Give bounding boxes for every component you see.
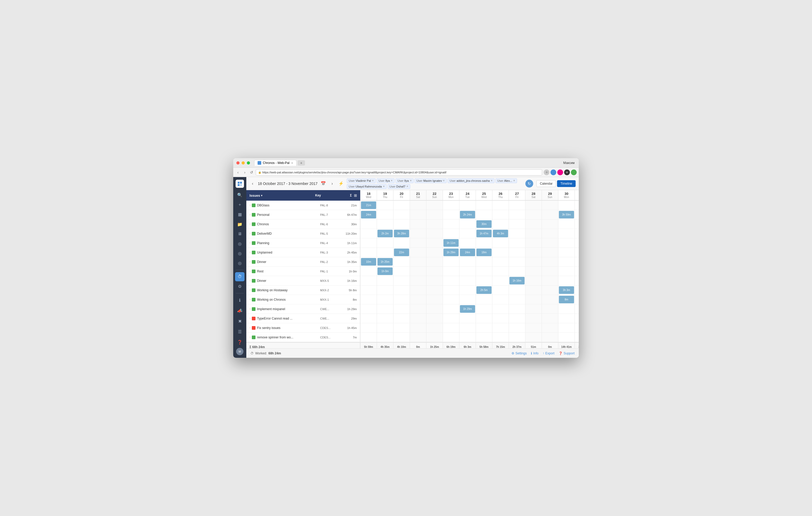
time-block-5-5[interactable]: 1h 29m <box>443 249 459 256</box>
prev-period-btn[interactable]: ‹ <box>250 181 256 187</box>
time-cell-0-0[interactable]: 21m <box>360 201 377 210</box>
time-block-1-0[interactable]: 24m <box>361 211 376 218</box>
time-block-3-2[interactable]: 3h 28m <box>394 230 409 237</box>
extension-btn[interactable] <box>571 169 577 175</box>
issue-name-1[interactable]: Personal <box>257 213 320 217</box>
time-cell-6-1[interactable]: 1h 25m <box>377 257 393 266</box>
time-block-1-12[interactable]: 3h 59m <box>559 211 574 218</box>
filter-tag-remove-2[interactable]: ✕ <box>410 179 412 182</box>
issue-name-4[interactable]: Planning <box>257 241 320 245</box>
time-block-5-6[interactable]: 24m <box>460 249 475 256</box>
issue-name-10[interactable]: Working on Chronos <box>257 298 320 301</box>
time-cell-1-6[interactable]: 2h 24m <box>459 210 475 219</box>
sidebar-item-settings[interactable]: ⚙ <box>235 282 244 291</box>
bookmark-btn[interactable]: ☆ <box>544 169 549 175</box>
info-action[interactable]: ℹ Info <box>531 352 539 355</box>
filter-tag-4[interactable]: User addon_jira-chronos-sasha ✕ <box>447 179 494 183</box>
time-block-4-5[interactable]: 1h 11m <box>443 239 459 247</box>
issue-name-2[interactable]: Chronos <box>257 222 320 226</box>
issue-name-9[interactable]: Working on Hostaway <box>257 289 320 292</box>
filter-tag-0[interactable]: User Vladimir Pal ✕ <box>347 179 376 183</box>
time-cell-7-1[interactable]: 1h 0m <box>377 267 393 276</box>
sidebar-item-add[interactable]: ＋ <box>235 200 244 209</box>
tab-close-btn[interactable]: ✕ <box>291 162 293 164</box>
sidebar-item-goals2[interactable]: ◎ <box>235 249 244 258</box>
filter-tag-5[interactable]: User Alex... ✕ <box>495 179 517 183</box>
issue-name-3[interactable]: DeliverMD <box>257 232 320 236</box>
issue-name-8[interactable]: Dinner <box>257 279 320 282</box>
time-cell-9-7[interactable]: 2h 5m <box>475 286 492 295</box>
time-cell-8-9[interactable]: 1h 16m <box>509 276 525 285</box>
time-cell-5-5[interactable]: 1h 29m <box>443 248 459 257</box>
sidebar-item-chronos[interactable]: ⏱ <box>235 272 244 281</box>
profile-btn3[interactable]: M <box>564 169 570 175</box>
sidebar-item-info[interactable]: ℹ <box>235 295 244 305</box>
time-cell-3-1[interactable]: 2h 2m <box>377 229 393 238</box>
minimize-window-btn[interactable] <box>242 161 245 164</box>
new-tab-btn[interactable]: + <box>298 160 305 166</box>
time-cell-3-2[interactable]: 3h 28m <box>393 229 410 238</box>
time-cell-10-12[interactable]: 8m <box>558 295 575 304</box>
time-block-1-6[interactable]: 2h 24m <box>460 211 475 218</box>
user-avatar[interactable]: М <box>236 348 243 355</box>
sidebar-item-roadmap[interactable]: 🖥 <box>235 229 244 239</box>
filter-tag-3[interactable]: User Maxim Ignatev ✕ <box>415 179 447 183</box>
calendar-picker-btn[interactable]: 📅 <box>320 180 327 187</box>
time-cell-3-7[interactable]: 1h 47m <box>475 229 492 238</box>
browser-tab[interactable]: Chronos - Web-Pal ✕ <box>254 160 297 166</box>
time-block-7-1[interactable]: 1h 0m <box>377 267 393 275</box>
sidebar-item-close[interactable]: ✖ <box>235 317 244 326</box>
time-block-9-7[interactable]: 2h 5m <box>476 286 492 294</box>
issue-name-13[interactable]: Fix sentry issues <box>257 326 320 330</box>
filter-tag-1[interactable]: User Ilya ✕ <box>377 179 395 183</box>
time-block-5-7[interactable]: 18m <box>476 249 492 256</box>
time-block-8-9[interactable]: 1h 16m <box>510 277 525 284</box>
time-block-9-12[interactable]: 3h 3m <box>559 286 574 294</box>
time-block-3-1[interactable]: 2h 2m <box>377 230 393 237</box>
profile-btn2[interactable] <box>557 169 563 175</box>
time-block-3-7[interactable]: 1h 47m <box>476 230 492 237</box>
refresh-btn[interactable]: ↺ <box>249 170 254 175</box>
filter-tag-remove-1[interactable]: ✕ <box>390 179 393 182</box>
issue-name-11[interactable]: Implement mixpanel <box>257 307 320 311</box>
filter-tag-remove-3[interactable]: ✕ <box>443 179 445 182</box>
issue-name-0[interactable]: DBGlass <box>257 203 320 207</box>
sidebar-item-help[interactable]: ❓ <box>235 337 244 347</box>
time-cell-9-12[interactable]: 3h 3m <box>558 286 575 295</box>
time-block-10-12[interactable]: 8m <box>559 296 574 303</box>
issue-name-5[interactable]: Unplanned <box>257 251 320 254</box>
time-cell-3-8[interactable]: 4h 3m <box>492 229 509 238</box>
filter-tag-remove-4[interactable]: ✕ <box>491 179 493 182</box>
time-block-3-8[interactable]: 4h 3m <box>493 230 508 237</box>
calendar-view-btn[interactable]: Calendar <box>536 180 556 187</box>
sidebar-item-notifications[interactable]: 📣 <box>235 306 244 315</box>
filter-tag-remove-0[interactable]: ✕ <box>372 179 374 182</box>
sidebar-item-board[interactable]: ▦ <box>235 210 244 219</box>
time-block-6-1[interactable]: 1h 25m <box>377 258 393 266</box>
issue-name-14[interactable]: remove spinner from wo... <box>257 335 320 339</box>
issues-sort-icon[interactable]: ▾ <box>261 194 262 197</box>
time-block-2-7[interactable]: 30m <box>476 220 492 228</box>
sidebar-item-projects[interactable]: 📁 <box>235 219 244 229</box>
time-cell-5-2[interactable]: 22m <box>393 248 410 257</box>
export-action[interactable]: ↑ Export <box>543 352 554 355</box>
filter-tag-7[interactable]: User Dshaf7 ✕ <box>388 184 410 189</box>
profile-btn1[interactable] <box>551 169 556 175</box>
timeline-view-btn[interactable]: Timeline <box>557 180 576 187</box>
sidebar-item-goals1[interactable]: ◎ <box>235 239 244 248</box>
sidebar-item-menu[interactable]: ☰ <box>235 327 244 336</box>
sidebar-item-goals3[interactable]: ◎ <box>235 259 244 268</box>
next-period-btn[interactable]: › <box>329 181 335 187</box>
issue-name-7[interactable]: Rest <box>257 270 320 273</box>
time-cell-11-6[interactable]: 1h 29m <box>459 304 475 314</box>
back-btn[interactable]: ‹ <box>235 170 240 175</box>
sidebar-item-search[interactable]: 🔍 <box>235 190 244 199</box>
time-block-6-0[interactable]: 10m <box>361 258 376 266</box>
url-bar[interactable]: 🔒 https://web-pal.atlassian.net/plugins/… <box>256 169 542 175</box>
time-block-5-2[interactable]: 22m <box>394 249 409 256</box>
filter-tag-remove-5[interactable]: ✕ <box>513 179 515 182</box>
time-cell-5-6[interactable]: 24m <box>459 248 475 257</box>
filter-btn[interactable]: ⚡ <box>338 180 345 187</box>
filter-tag-remove-6[interactable]: ✕ <box>383 185 385 188</box>
time-cell-4-5[interactable]: 1h 11m <box>443 238 459 247</box>
